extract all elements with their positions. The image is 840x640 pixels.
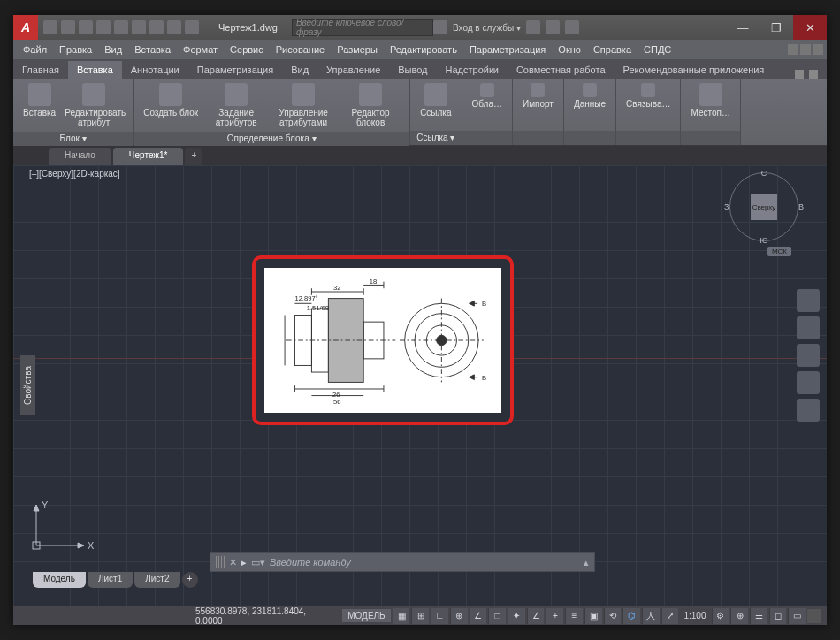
- inserted-image-highlight[interactable]: 3218 12.897°1.51/68 2656 BB: [252, 255, 514, 425]
- command-history-icon[interactable]: ▭▾: [251, 557, 265, 568]
- command-line[interactable]: ✕ ▸ ▭▾ Введите команду ▴: [210, 552, 595, 572]
- menu-dimensions[interactable]: Размеры: [331, 44, 384, 55]
- doc-restore-icon[interactable]: [800, 44, 811, 55]
- qat-undo-icon[interactable]: [132, 20, 146, 34]
- status-otrack-icon[interactable]: ∠: [527, 608, 545, 624]
- help-icon[interactable]: [565, 20, 579, 34]
- status-grid-icon[interactable]: ▦: [393, 608, 410, 624]
- nav-wheel-icon[interactable]: [797, 289, 820, 312]
- layout-tab-sheet1[interactable]: Лист1: [88, 572, 133, 588]
- status-cycling-icon[interactable]: ⟲: [604, 608, 622, 624]
- window-maximize-button[interactable]: ❐: [760, 15, 793, 40]
- search-input[interactable]: Введите ключевое слово/фразу: [292, 19, 433, 36]
- menu-spds[interactable]: СПДС: [638, 44, 677, 55]
- nav-showmotion-icon[interactable]: [797, 399, 820, 422]
- compass-west[interactable]: З: [724, 202, 729, 211]
- block-editor-button[interactable]: Редактор блоков: [337, 81, 404, 129]
- tab-start[interactable]: Начало: [49, 148, 111, 165]
- wcs-badge[interactable]: МСК: [767, 247, 791, 256]
- menu-draw[interactable]: Рисование: [270, 44, 331, 55]
- window-minimize-button[interactable]: —: [726, 15, 760, 40]
- status-annovis-icon[interactable]: 人: [642, 608, 660, 624]
- ribbon-tab-manage[interactable]: Управление: [317, 61, 389, 79]
- cart-icon[interactable]: [546, 20, 560, 34]
- ribbon-tab-parametric[interactable]: Параметризация: [188, 61, 282, 79]
- menu-service[interactable]: Сервис: [224, 44, 270, 55]
- status-monitor-icon[interactable]: ⊕: [730, 608, 748, 624]
- tab-drawing1[interactable]: Чертеж1*: [113, 148, 184, 165]
- ribbon-tab-collab[interactable]: Совместная работа: [508, 61, 615, 79]
- panel-block-title[interactable]: Блок ▾: [13, 132, 133, 146]
- qat-redo-icon[interactable]: [149, 20, 164, 34]
- status-model-button[interactable]: МОДЕЛЬ: [342, 609, 390, 622]
- status-ortho-icon[interactable]: ∟: [431, 608, 448, 624]
- ribbon-tab-addins[interactable]: Надстройки: [437, 61, 508, 79]
- status-isodraft-icon[interactable]: ∠: [470, 608, 487, 624]
- status-coords[interactable]: 556830.8978, 231811.8404, 0.0000: [19, 606, 340, 626]
- app-logo[interactable]: A: [13, 15, 38, 40]
- import-button[interactable]: Импорт: [518, 81, 558, 110]
- doc-close-icon[interactable]: [813, 44, 823, 55]
- ribbon-play-icon[interactable]: [795, 70, 804, 79]
- menu-edit[interactable]: Правка: [53, 44, 98, 55]
- ucs-icon[interactable]: Y X: [29, 499, 100, 552]
- ribbon-tab-home[interactable]: Главная: [13, 61, 68, 79]
- ribbon-tab-recommended[interactable]: Рекомендованные приложения: [615, 61, 774, 79]
- tab-new-button[interactable]: +: [185, 148, 202, 165]
- exchange-icon[interactable]: [526, 20, 540, 34]
- ribbon-tab-insert[interactable]: Вставка: [68, 61, 122, 79]
- ribbon-collapse-icon[interactable]: [809, 70, 818, 79]
- qat-saveas-icon[interactable]: [96, 20, 111, 34]
- xref-button[interactable]: Ссылка: [416, 81, 455, 119]
- location-button[interactable]: Местоп…: [686, 81, 734, 119]
- properties-palette-tab[interactable]: Свойства: [20, 355, 35, 415]
- menu-file[interactable]: Файл: [17, 44, 53, 55]
- data-button[interactable]: Данные: [569, 81, 610, 110]
- define-attributes-button[interactable]: Задание атрибутов: [202, 81, 270, 129]
- compass-east[interactable]: В: [798, 202, 804, 211]
- menu-insert[interactable]: Вставка: [128, 44, 177, 55]
- command-menu-icon[interactable]: ✕: [229, 557, 237, 568]
- qat-open-icon[interactable]: [61, 20, 75, 34]
- ribbon-tab-view[interactable]: Вид: [282, 61, 317, 79]
- status-annoscale-icon[interactable]: ⌬: [622, 608, 640, 624]
- status-3dosnap-icon[interactable]: ✦: [508, 608, 525, 624]
- status-transparency-icon[interactable]: ▣: [584, 608, 602, 624]
- link-button[interactable]: Связыва…: [622, 81, 675, 110]
- layout-tab-add[interactable]: +: [182, 572, 198, 588]
- status-hardware-icon[interactable]: ☰: [750, 608, 767, 624]
- drawing-canvas[interactable]: [–][Сверху][2D-каркас] Свойства: [13, 165, 827, 606]
- layout-tab-sheet2[interactable]: Лист2: [134, 572, 179, 588]
- viewport-label[interactable]: [–][Сверху][2D-каркас]: [29, 169, 120, 179]
- nav-pan-icon[interactable]: [797, 316, 820, 339]
- nav-orbit-icon[interactable]: [797, 371, 820, 394]
- viewcube-top-face[interactable]: Сверху: [751, 194, 777, 220]
- view-cube[interactable]: Сверху С Ю З В: [729, 172, 798, 241]
- menu-window[interactable]: Окно: [552, 44, 587, 55]
- ribbon-tab-annotate[interactable]: Аннотации: [122, 61, 188, 79]
- point-cloud-button[interactable]: Обла…: [468, 81, 507, 110]
- signin-button[interactable]: Вход в службы▾: [453, 23, 521, 33]
- ribbon-tab-output[interactable]: Вывод: [389, 61, 436, 79]
- status-customize-icon[interactable]: [807, 609, 821, 623]
- menu-view[interactable]: Вид: [98, 44, 128, 55]
- command-recent-icon[interactable]: ▴: [584, 557, 589, 568]
- status-annoauto-icon[interactable]: ⤢: [661, 608, 679, 624]
- status-snap-icon[interactable]: ⊞: [411, 608, 429, 624]
- manage-attributes-button[interactable]: Управление атрибутами: [270, 81, 337, 129]
- status-isolate-icon[interactable]: ◻: [769, 608, 787, 624]
- qat-plot-icon[interactable]: [114, 20, 128, 34]
- person-icon[interactable]: [433, 20, 447, 34]
- window-close-button[interactable]: ✕: [793, 15, 827, 40]
- status-osnap-icon[interactable]: □: [488, 608, 506, 624]
- menu-help[interactable]: Справка: [587, 44, 638, 55]
- status-clean-icon[interactable]: ▭: [788, 608, 806, 624]
- qat-save-icon[interactable]: [79, 20, 93, 34]
- qat-new-icon[interactable]: [43, 20, 57, 34]
- menu-modify[interactable]: Редактировать: [384, 44, 463, 55]
- menu-parametric[interactable]: Параметризация: [463, 44, 552, 55]
- status-lineweight-icon[interactable]: ≡: [565, 608, 583, 624]
- panel-blockdef-title[interactable]: Определение блока ▾: [134, 132, 409, 146]
- create-block-button[interactable]: Создать блок: [139, 81, 202, 119]
- status-scale[interactable]: 1:100: [680, 611, 709, 621]
